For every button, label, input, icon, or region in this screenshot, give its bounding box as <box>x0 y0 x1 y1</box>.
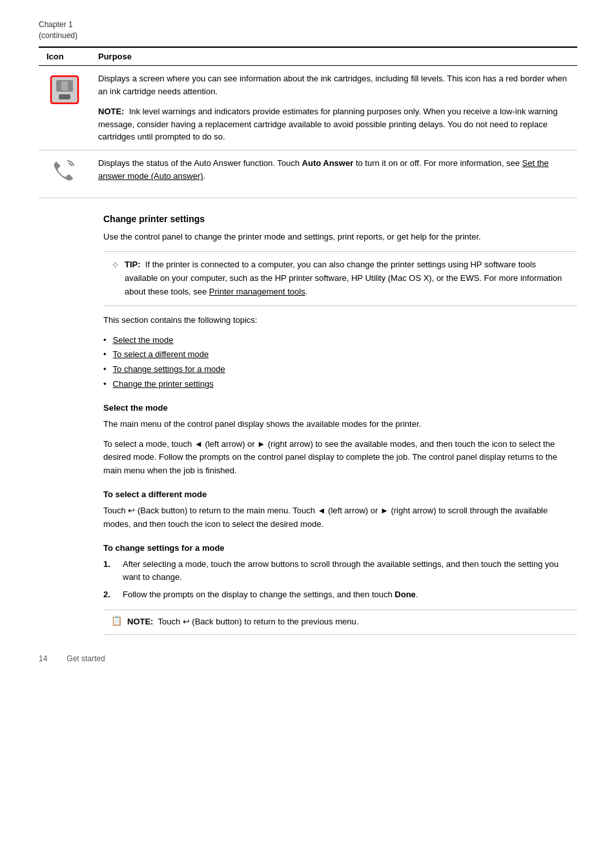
phone-purpose-text: Displays the status of the Auto Answer f… <box>98 157 570 184</box>
purpose-cell-phone: Displays the status of the Auto Answer f… <box>90 150 577 198</box>
page-footer: 14 Get started <box>39 654 577 663</box>
ink-note-body: Ink level warnings and indicators provid… <box>98 107 558 141</box>
chapter-subtitle: (continued) <box>39 30 577 41</box>
list-item: 2. Follow the prompts on the display to … <box>103 588 577 602</box>
ink-purpose-text: Displays a screen where you can see info… <box>98 72 570 99</box>
tip-icon: ✧ <box>111 259 119 298</box>
svg-rect-2 <box>59 94 70 99</box>
chapter-title: Chapter 1 <box>39 19 577 30</box>
list-item: Change the printer settings <box>103 378 577 391</box>
change-settings-heading: To change settings for a mode <box>103 543 577 553</box>
icon-table: Icon Purpose Displays a screen where you… <box>39 46 577 198</box>
ink-cartridge-icon <box>50 75 79 105</box>
tip-box: ✧ TIP: If the printer is connected to a … <box>103 251 577 305</box>
topics-list: Select the mode To select a different mo… <box>103 334 577 391</box>
topic-select-different-link[interactable]: To select a different mode <box>113 348 209 362</box>
chapter-header: Chapter 1 (continued) <box>39 19 577 41</box>
section-intro: Use the control panel to change the prin… <box>103 231 577 244</box>
svg-rect-3 <box>61 81 68 90</box>
select-mode-para1: The main menu of the control panel displ… <box>103 418 577 431</box>
tip-label: TIP: <box>125 260 141 269</box>
icon-cell-ink <box>39 65 90 150</box>
table-header-purpose: Purpose <box>90 47 577 66</box>
note-icon: 📋 <box>111 615 122 629</box>
footer-section: Get started <box>67 654 105 663</box>
select-different-heading: To select a different mode <box>103 489 577 499</box>
section-heading: Change printer settings <box>103 214 577 224</box>
printer-management-link[interactable]: Printer management tools <box>209 287 305 296</box>
topic-change-settings-link[interactable]: To change settings for a mode <box>113 363 225 376</box>
auto-answer-icon <box>52 159 77 189</box>
list-item: Select the mode <box>103 334 577 347</box>
page-number: 14 <box>39 654 47 663</box>
table-header-icon: Icon <box>39 47 90 66</box>
list-item: To select a different mode <box>103 348 577 362</box>
table-row: Displays the status of the Auto Answer f… <box>39 150 577 198</box>
list-item: To change settings for a mode <box>103 363 577 376</box>
select-mode-para2: To select a mode, touch ◄ (left arrow) o… <box>103 438 577 478</box>
tip-text: TIP: If the printer is connected to a co… <box>125 258 570 298</box>
note-body: Touch ↩ (Back button) to return to the p… <box>158 617 358 626</box>
purpose-cell-ink: Displays a screen where you can see info… <box>90 65 577 150</box>
ink-note-label: NOTE: <box>98 107 124 116</box>
note-box: 📋 NOTE: Touch ↩ (Back button) to return … <box>103 610 577 635</box>
ink-note: NOTE: Ink level warnings and indicators … <box>98 105 570 143</box>
select-mode-heading: Select the mode <box>103 403 577 413</box>
note-text: NOTE: Touch ↩ (Back button) to return to… <box>127 615 358 629</box>
note-label: NOTE: <box>127 617 153 626</box>
tip-body: If the printer is connected to a compute… <box>125 260 562 296</box>
change-settings-list: 1. After selecting a mode, touch the arr… <box>103 558 577 602</box>
ink-note-text: NOTE: Ink level warnings and indicators … <box>98 105 570 143</box>
topic-select-mode-link[interactable]: Select the mode <box>113 334 174 347</box>
select-different-para: Touch ↩ (Back button) to return to the m… <box>103 504 577 531</box>
icon-cell-phone <box>39 150 90 198</box>
table-row: Displays a screen where you can see info… <box>39 65 577 150</box>
topic-change-printer-link[interactable]: Change the printer settings <box>113 378 214 391</box>
list-item: 1. After selecting a mode, touch the arr… <box>103 558 577 585</box>
topics-intro: This section contains the following topi… <box>103 314 577 327</box>
change-printer-settings-section: Change printer settings Use the control … <box>103 214 577 635</box>
